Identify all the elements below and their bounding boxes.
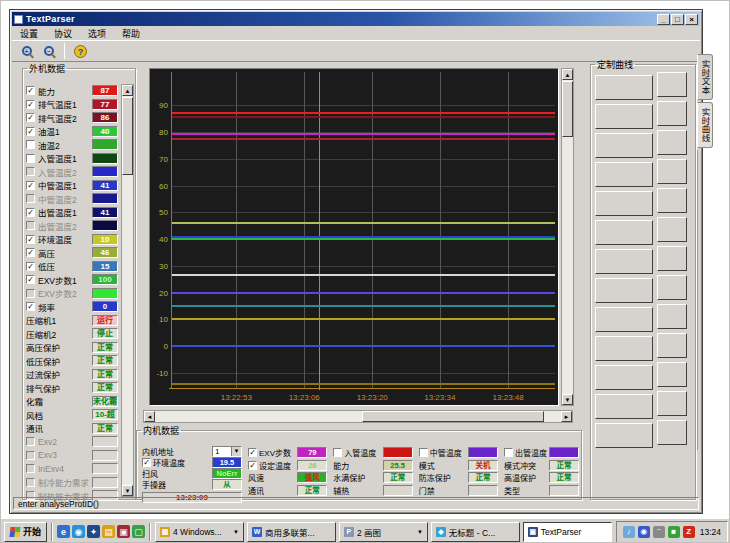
custom-curve-slot[interactable] <box>595 104 653 129</box>
custom-curve-value-slot[interactable] <box>657 130 687 155</box>
custom-curve-slot[interactable] <box>595 249 653 274</box>
messenger-icon[interactable]: ◉ <box>72 525 85 538</box>
custom-curve-value-slot[interactable] <box>657 362 687 387</box>
custom-curve-slot[interactable] <box>595 191 653 216</box>
y-tick-label: 60 <box>151 182 168 191</box>
checkbox[interactable]: ✓ <box>248 461 257 470</box>
custom-curve-slot[interactable] <box>595 423 653 448</box>
checkbox[interactable] <box>333 448 342 457</box>
custom-curve-slot[interactable] <box>595 133 653 158</box>
checkbox[interactable]: ✓ <box>26 275 35 284</box>
checkbox[interactable]: ✓ <box>26 302 35 311</box>
chart-plot[interactable]: 9080706050403020100-1013:22:5313:23:0613… <box>171 72 555 389</box>
custom-curve-value-slot[interactable] <box>657 72 687 97</box>
checkbox[interactable]: ✓ <box>26 181 35 190</box>
security-icon[interactable]: ▣ <box>117 525 130 538</box>
checkbox[interactable]: ✓ <box>26 262 35 271</box>
checkbox[interactable]: ✓ <box>26 113 35 122</box>
outdoor-scrollbar-thumb[interactable] <box>122 97 133 175</box>
checkbox[interactable]: ✓ <box>26 86 35 95</box>
custom-curve-slot[interactable] <box>595 336 653 361</box>
mail-icon[interactable]: ▤ <box>102 525 115 538</box>
dock-tab-1[interactable]: 实时曲线 <box>697 102 713 148</box>
taskbar-task-button[interactable]: ▤4 Windows...▼ <box>155 522 244 542</box>
scroll-down-icon[interactable]: ▼ <box>562 394 573 405</box>
menu-item-3[interactable]: 帮助 <box>122 27 140 40</box>
indoor-row: 手操器从 <box>142 479 242 490</box>
scroll-down-icon[interactable]: ▼ <box>122 485 133 496</box>
custom-curve-slot[interactable] <box>595 365 653 390</box>
y-tick-label: 10 <box>151 315 168 324</box>
checkbox[interactable] <box>419 448 428 457</box>
dock-tab-0[interactable]: 实时文本 <box>697 54 713 100</box>
menu-item-1[interactable]: 协议 <box>54 27 72 40</box>
tray-icon-messenger[interactable]: ◉ <box>638 526 650 538</box>
scroll-up-icon[interactable]: ▲ <box>562 69 573 80</box>
tray-icon-input[interactable]: ¨ <box>653 526 665 538</box>
checkbox <box>26 289 35 298</box>
close-button[interactable]: × <box>685 14 698 25</box>
custom-curve-value-slot[interactable] <box>657 391 687 416</box>
chart-hscroll-thumb[interactable] <box>362 411 544 422</box>
scroll-left-icon[interactable]: ◄ <box>144 411 155 422</box>
outdoor-scrollbar[interactable]: ▲ ▼ <box>121 84 134 497</box>
minimize-button[interactable]: _ <box>657 14 670 25</box>
tray-icon-download[interactable]: Z <box>683 526 695 538</box>
custom-curve-value-slot[interactable] <box>657 275 687 300</box>
checkbox[interactable]: ✓ <box>26 100 35 109</box>
custom-curve-slot[interactable] <box>595 75 653 100</box>
menu-item-0[interactable]: 设置 <box>20 27 38 40</box>
outdoor-row-label: 制冷能力需求 <box>38 476 89 488</box>
chart-horizontal-scrollbar[interactable]: ◄ ► <box>143 410 573 423</box>
custom-curve-slot[interactable] <box>595 220 653 245</box>
value-badge: 86 <box>92 112 118 123</box>
checkbox[interactable]: ✓ <box>142 458 151 467</box>
media-player-icon[interactable]: ✦ <box>87 525 100 538</box>
checkbox[interactable] <box>26 154 35 163</box>
chevron-down-icon[interactable]: ▼ <box>417 529 423 535</box>
custom-curve-value-slot[interactable] <box>657 420 687 445</box>
chart-vertical-scrollbar[interactable]: ▲ ▼ <box>561 68 574 406</box>
indoor-address-select[interactable]: 1▼ <box>212 446 242 457</box>
tray-icon-antivirus[interactable]: ■ <box>668 526 680 538</box>
custom-curve-slot[interactable] <box>595 162 653 187</box>
chart-cursor-line[interactable] <box>319 72 320 390</box>
restore-button[interactable]: □ <box>671 14 684 25</box>
menu-item-2[interactable]: 选项 <box>88 27 106 40</box>
custom-curve-slot[interactable] <box>595 394 653 419</box>
taskbar-task-button[interactable]: ▣TextParser <box>523 522 612 542</box>
help-button[interactable]: ? <box>71 42 90 60</box>
taskbar-task-button[interactable]: P2 画图▼ <box>339 522 428 542</box>
checkbox[interactable]: ✓ <box>26 127 35 136</box>
custom-curve-value-slot[interactable] <box>657 217 687 242</box>
custom-curve-value-slot[interactable] <box>657 333 687 358</box>
taskbar-task-button[interactable]: ◆无标题 - C... <box>431 522 520 542</box>
scroll-up-icon[interactable]: ▲ <box>122 85 133 96</box>
checkbox[interactable] <box>504 448 513 457</box>
checkbox[interactable]: ✓ <box>248 448 257 457</box>
titlebar[interactable]: TextParser _□× <box>12 12 700 26</box>
custom-curve-value-slot[interactable] <box>657 188 687 213</box>
scroll-right-icon[interactable]: ► <box>561 411 572 422</box>
chevron-down-icon[interactable]: ▼ <box>233 529 239 535</box>
custom-curve-value-slot[interactable] <box>657 304 687 329</box>
chevron-down-icon[interactable]: ▼ <box>231 447 241 456</box>
checkbox[interactable]: ✓ <box>26 208 35 217</box>
custom-curve-slot[interactable] <box>595 307 653 332</box>
zoom-out-button[interactable]: − <box>39 42 58 60</box>
custom-curve-slot[interactable] <box>595 278 653 303</box>
tray-icon-audio[interactable]: ♪ <box>623 526 635 538</box>
chart-vscroll-thumb[interactable] <box>562 81 573 137</box>
custom-curve-value-slot[interactable] <box>657 159 687 184</box>
custom-curve-value-slot[interactable] <box>657 246 687 271</box>
ie-icon[interactable]: e <box>57 525 70 538</box>
start-button[interactable]: 开始 <box>4 522 47 542</box>
zoom-in-button[interactable]: + <box>17 42 36 60</box>
notes-icon[interactable]: ▢ <box>132 525 145 538</box>
taskbar-task-button[interactable]: W商用多联第... <box>247 522 336 542</box>
y-tick-label: 40 <box>151 235 168 244</box>
custom-curve-value-slot[interactable] <box>657 101 687 126</box>
checkbox[interactable]: ✓ <box>26 235 35 244</box>
checkbox[interactable]: ✓ <box>26 248 35 257</box>
checkbox[interactable] <box>26 140 35 149</box>
